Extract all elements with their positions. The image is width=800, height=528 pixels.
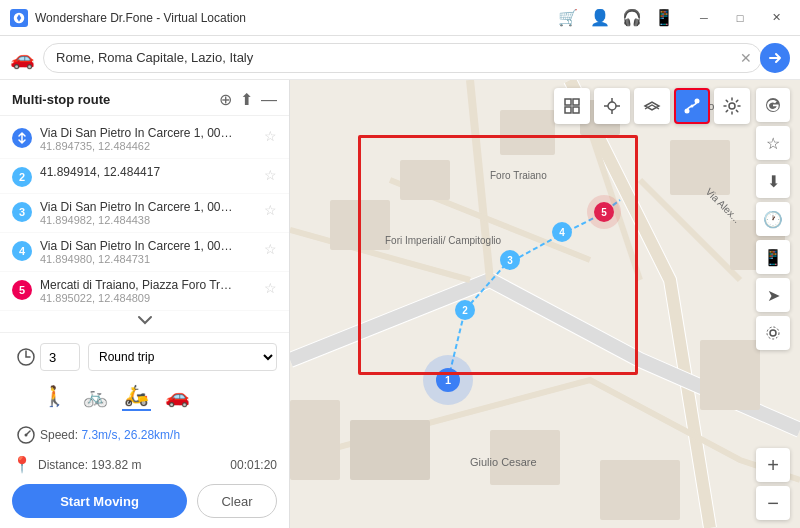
map-side-google-button[interactable] [756,88,790,122]
transport-row: 🚶 🚲 🛵 🚗 [12,381,277,411]
route-star-3[interactable]: ☆ [264,202,277,218]
map-side-navigate-button[interactable]: ➤ [756,278,790,312]
app-title: Wondershare Dr.Fone - Virtual Location [35,11,558,25]
route-num-3: 3 [12,202,32,222]
route-star-5[interactable]: ☆ [264,280,277,296]
distance-icon: 📍 [12,455,32,474]
car-mode-button[interactable]: 🚗 [163,382,192,410]
minimize-button[interactable]: ─ [690,8,718,28]
svg-rect-24 [573,107,579,113]
loop-control-row: Round trip Loop [12,343,277,371]
map-tool-crosshair-button[interactable] [594,88,630,124]
map-tool-settings-button[interactable] [714,88,750,124]
searchbar: 🚗 ✕ [0,36,800,80]
zoom-in-button[interactable]: + [756,448,790,482]
maximize-button[interactable]: □ [726,8,754,28]
map-side-download-button[interactable]: ⬇ [756,164,790,198]
route-item-name: Via Di San Pietro In Carcere 1, 00187... [40,239,235,253]
clear-button[interactable]: Clear [197,484,277,518]
route-num-5: 5 [12,280,32,300]
transport-icon-placeholder [12,382,40,410]
go-button[interactable] [760,43,790,73]
bike-mode-button[interactable]: 🚲 [81,382,110,410]
map-side-history-button[interactable]: 🕐 [756,202,790,236]
route-item-coords: 41.894735, 12.484462 [40,140,260,152]
route-num-1 [12,128,32,148]
loop-type-select[interactable]: Round trip Loop [88,343,277,371]
map-pin-4[interactable]: 4 [552,222,572,242]
route-item-coords: 41.894980, 12.484731 [40,253,260,265]
route-item-coords: 41.894982, 12.484438 [40,214,260,226]
start-moving-button[interactable]: Start Moving [12,484,187,518]
route-item-info: Via Di San Pietro In Carcere 1, 00187...… [40,239,260,265]
add-stop-button[interactable]: ⊕ [219,90,232,109]
app-icon [10,9,28,27]
distance-time: 00:01:20 [230,458,277,472]
svg-point-34 [770,330,776,336]
left-panel: Multi-stop route ⊕ ⬆ — Via Di San Pietro… [0,80,290,528]
route-num-2: 2 [12,167,32,187]
route-item[interactable]: Via Di San Pietro In Carcere 1, 00186 Ro… [0,120,289,159]
distance-label: Distance: 193.82 m [38,458,230,472]
close-panel-button[interactable]: — [261,91,277,109]
action-row: Start Moving Clear [12,484,277,518]
clear-location-button[interactable]: ✕ [740,50,752,66]
cart-icon[interactable]: 🛒 [558,8,578,27]
route-star-2[interactable]: ☆ [264,167,277,183]
map-tool-layers-button[interactable] [634,88,670,124]
headset-icon[interactable]: 🎧 [622,8,642,27]
map-toolbar [554,88,750,124]
route-item-name: 41.894914, 12.484417 [40,165,235,179]
titlebar: Wondershare Dr.Fone - Virtual Location 🛒… [0,0,800,36]
speed-label: Speed: [40,428,81,442]
route-item-info: Via Di San Pietro In Carcere 1, 00186 Ro… [40,126,260,152]
expand-list-button[interactable] [0,311,289,329]
map-side-device-button[interactable]: 📱 [756,240,790,274]
zoom-out-button[interactable]: − [756,486,790,520]
bottom-controls: Round trip Loop 🚶 🚲 🛵 🚗 [0,332,289,528]
route-star-1[interactable]: ☆ [264,128,277,144]
export-route-button[interactable]: ⬆ [240,90,253,109]
route-item[interactable]: 3 Via Di San Pietro In Carcere 1, 00187.… [0,194,289,233]
devices-icon[interactable]: 📱 [654,8,674,27]
map-side-favorite-button[interactable]: ☆ [756,126,790,160]
map-area[interactable]: Colonnata Giulio Cesare Fori Imperiali/ … [290,80,800,528]
title-controls: 🛒 👤 🎧 📱 ─ □ ✕ [558,8,790,28]
svg-point-3 [25,434,28,437]
map-tool-route-button[interactable] [674,88,710,124]
map-pin-2[interactable]: 2 [455,300,475,320]
transport-options: 🚶 🚲 🛵 🚗 [40,381,277,411]
panel-title: Multi-stop route [12,92,219,107]
map-side-location-button[interactable] [756,316,790,350]
distance-row: 📍 Distance: 193.82 m 00:01:20 [12,455,277,474]
loop-section: Round trip Loop [40,343,277,371]
route-item[interactable]: 5 Mercati di Traiano, Piazza Foro Traian… [0,272,289,311]
route-item-info: Mercati di Traiano, Piazza Foro Traian..… [40,278,260,304]
map-pin-1[interactable]: 1 [423,355,473,405]
loop-count-input[interactable] [40,343,80,371]
map-sidebar: ☆ ⬇ 🕐 📱 ➤ + − [754,88,792,520]
svg-point-33 [729,103,735,109]
route-list: Via Di San Pietro In Carcere 1, 00186 Ro… [0,116,289,332]
route-item-coords: 41.895022, 12.484809 [40,292,260,304]
panel-header: Multi-stop route ⊕ ⬆ — [0,80,289,116]
map-tool-grid-button[interactable] [554,88,590,124]
route-item-info: Via Di San Pietro In Carcere 1, 00187...… [40,200,260,226]
speed-value: 7.3m/s, 26.28km/h [81,428,180,442]
location-input[interactable] [43,43,762,73]
svg-rect-21 [565,99,571,105]
route-star-4[interactable]: ☆ [264,241,277,257]
map-pin-5[interactable]: 5 [587,195,621,229]
car-icon: 🚗 [10,46,35,70]
close-button[interactable]: ✕ [762,8,790,28]
scooter-mode-button[interactable]: 🛵 [122,381,151,411]
map-pin-3[interactable]: 3 [500,250,520,270]
route-item[interactable]: 2 41.894914, 12.484417 ☆ [0,159,289,194]
route-item-name: Via Di San Pietro In Carcere 1, 00187... [40,200,235,214]
speedometer-icon [12,421,40,449]
main-area: Multi-stop route ⊕ ⬆ — Via Di San Pietro… [0,80,800,528]
user-icon[interactable]: 👤 [590,8,610,27]
walk-mode-button[interactable]: 🚶 [40,382,69,410]
route-num-4: 4 [12,241,32,261]
route-item[interactable]: 4 Via Di San Pietro In Carcere 1, 00187.… [0,233,289,272]
